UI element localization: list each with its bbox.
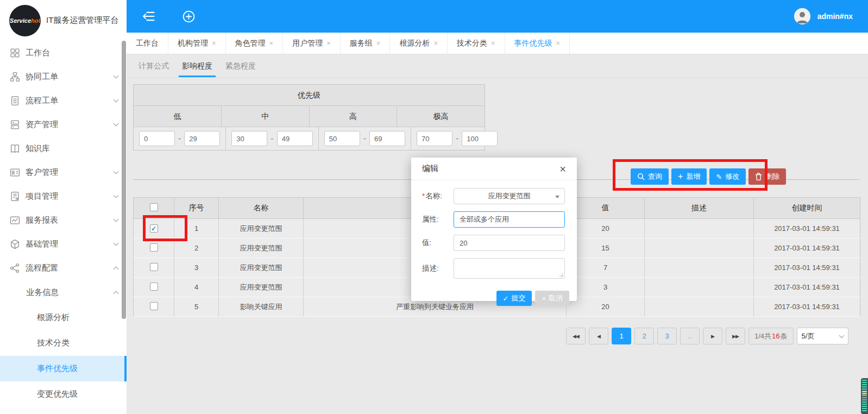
servicehot-logo: Servicehot	[9, 5, 41, 36]
close-icon[interactable]: ×	[212, 39, 216, 47]
add-icon[interactable]	[182, 10, 196, 23]
page-size-select[interactable]: 5/页	[797, 328, 848, 344]
sidebar-item-process-orders[interactable]: 流程工单	[0, 89, 127, 112]
subtab-calc-formula[interactable]: 计算公式	[139, 54, 169, 77]
tab-label: 技术分类	[457, 39, 487, 48]
range-to-input[interactable]	[462, 131, 498, 146]
page-next-button[interactable]: ▶	[703, 328, 722, 344]
tab-org-mgmt[interactable]: 机构管理×	[168, 33, 226, 54]
row-checkbox-cell	[134, 297, 174, 317]
close-icon: ×	[542, 294, 546, 303]
sidebar-item-process-config[interactable]: 流程配置	[0, 256, 127, 280]
tab-incident-priority[interactable]: 事件优先级×	[505, 33, 570, 54]
page-last-button[interactable]: ▶▶	[726, 328, 745, 344]
close-icon[interactable]: ×	[433, 39, 438, 47]
button-label: 修改	[725, 172, 739, 181]
sidebar-item-project-mgmt[interactable]: 项目管理	[0, 184, 127, 208]
logo-text-white: Service	[10, 17, 31, 24]
row-checkbox[interactable]	[150, 224, 158, 233]
edit-icon: ✎	[716, 173, 722, 180]
cancel-button[interactable]: × 取消	[535, 291, 569, 306]
delete-button[interactable]: 删除	[749, 168, 786, 185]
search-icon	[637, 173, 645, 180]
value-input[interactable]	[460, 239, 559, 247]
page-first-button[interactable]: ◀◀	[566, 328, 586, 344]
button-label: 查询	[648, 172, 662, 181]
sidebar-item-collab-orders[interactable]: 协同工单	[0, 65, 127, 89]
priority-table-title: 优先级	[134, 85, 485, 106]
sidebar-item-business-info[interactable]: 业务信息	[0, 280, 127, 305]
page-1-button[interactable]: 1	[612, 328, 631, 344]
query-button[interactable]: 查询	[631, 168, 669, 185]
sidebar: Servicehot IT服务运营管理平台 工作台协同工单流程工单资产管理知识库…	[0, 0, 127, 414]
dialog-title: 编辑	[422, 164, 438, 174]
sidebar-item-customer-mgmt[interactable]: 客户管理	[0, 160, 127, 184]
name-select[interactable]: 应用变更范围	[454, 188, 565, 204]
sidebar-item-workbench[interactable]: 工作台	[0, 41, 127, 65]
page-info: 1/4共16条	[749, 328, 794, 344]
tab-user-mgmt[interactable]: 用户管理×	[283, 33, 341, 54]
tab-label: 机构管理	[178, 39, 208, 48]
page-3-button[interactable]: 3	[657, 328, 677, 344]
sidebar-item-service-reports[interactable]: 服务报表	[0, 208, 127, 232]
table-cell: 应用变更范围	[219, 239, 304, 258]
sidebar-scrollbar[interactable]	[122, 41, 126, 319]
dialog-header: 编辑 ×	[411, 158, 577, 180]
sidebar-item-asset-mgmt[interactable]: 资产管理	[0, 112, 127, 136]
range-to-input[interactable]	[277, 131, 313, 146]
close-icon[interactable]: ×	[491, 39, 495, 47]
select-all-checkbox[interactable]	[150, 203, 158, 211]
sidebar-item-base-mgmt[interactable]: 基础管理	[0, 232, 127, 256]
row-checkbox[interactable]	[150, 243, 158, 252]
close-icon[interactable]: ×	[559, 164, 566, 174]
page-prev-button[interactable]: ◀	[589, 328, 608, 344]
range-to-input[interactable]	[184, 131, 220, 146]
subtab-impact-degree[interactable]: 影响程度	[182, 54, 212, 77]
close-icon[interactable]: ×	[269, 39, 274, 47]
row-checkbox[interactable]	[150, 263, 158, 271]
priority-level-header: 极高	[397, 106, 485, 127]
row-checkbox[interactable]	[150, 302, 158, 310]
row-checkbox[interactable]	[150, 283, 158, 291]
submit-button[interactable]: ✓ 提交	[496, 291, 532, 306]
sidebar-item-change-priority[interactable]: 变更优先级	[0, 381, 127, 407]
sidebar-item-tech-category[interactable]: 技术分类	[0, 330, 127, 356]
subtab-urgency-degree[interactable]: 紧急程度	[225, 54, 256, 77]
description-field-label: 描述:	[422, 264, 454, 273]
range-from-input[interactable]	[231, 131, 267, 146]
range-from-input[interactable]	[417, 131, 452, 146]
add-button[interactable]: +新增	[671, 168, 707, 185]
avatar[interactable]	[794, 8, 810, 24]
collapse-menu-icon[interactable]	[142, 10, 156, 22]
range-from-input[interactable]	[139, 131, 175, 146]
page-ellipsis[interactable]: ..	[680, 328, 700, 344]
description-textarea[interactable]	[454, 258, 565, 279]
modify-button[interactable]: ✎修改	[709, 168, 746, 185]
sidebar-item-label: 事件优先级	[37, 363, 78, 374]
close-icon[interactable]: ×	[556, 39, 561, 47]
sidebar-menu: 工作台协同工单流程工单资产管理知识库客户管理项目管理服务报表基础管理流程配置业务…	[0, 41, 127, 407]
tab-tech-category[interactable]: 技术分类×	[448, 33, 505, 54]
file-icon	[10, 96, 20, 106]
range-from-input[interactable]	[324, 131, 360, 146]
attribute-input[interactable]	[460, 216, 559, 224]
sidebar-item-incident-priority[interactable]: 事件优先级	[0, 356, 127, 381]
tab-service-group[interactable]: 服务组×	[341, 33, 391, 54]
sidebar-item-label: 技术分类	[37, 338, 70, 348]
tab-workbench[interactable]: 工作台	[127, 33, 168, 54]
sidebar-item-label: 资产管理	[26, 120, 58, 130]
tab-label: 用户管理	[292, 39, 323, 48]
close-icon[interactable]: ×	[376, 39, 381, 47]
tab-root-cause[interactable]: 根源分析×	[390, 33, 448, 54]
row-checkbox-cell	[134, 258, 174, 278]
sidebar-item-knowledge-base[interactable]: 知识库	[0, 136, 127, 160]
username[interactable]: admin#nx	[817, 12, 853, 21]
name-select-value: 应用变更范围	[488, 191, 531, 201]
close-icon[interactable]: ×	[326, 39, 331, 47]
sidebar-item-root-cause[interactable]: 根源分析	[0, 305, 127, 330]
tab-role-mgmt[interactable]: 角色管理×	[226, 33, 284, 54]
range-to-input[interactable]	[369, 131, 405, 146]
chevron-down-icon	[114, 192, 119, 198]
page-2-button[interactable]: 2	[634, 328, 654, 344]
table-cell	[645, 297, 754, 317]
